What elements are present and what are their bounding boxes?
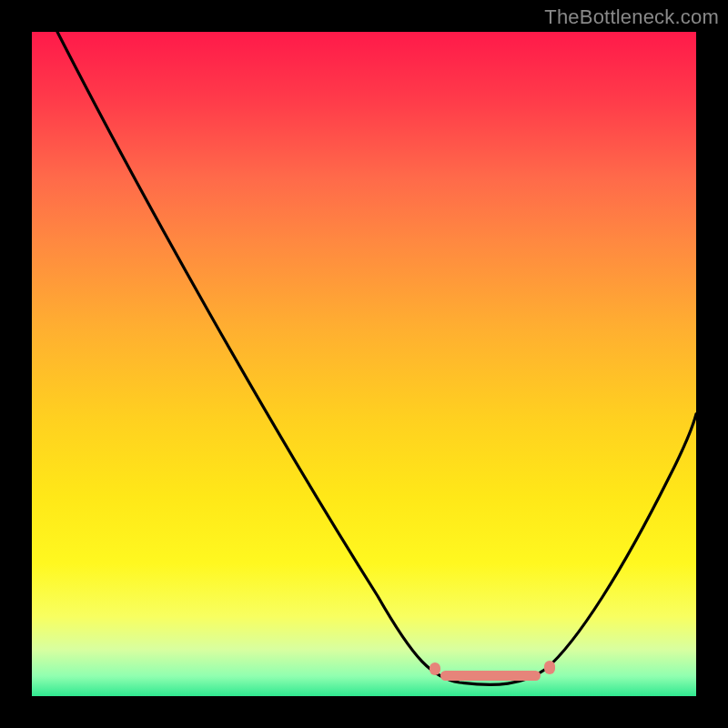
plot-area: [32, 32, 696, 696]
chart-frame: TheBottleneck.com: [0, 0, 728, 728]
optimal-marker-left-cap: [430, 662, 440, 675]
bottleneck-curve: [32, 32, 696, 696]
curve-path: [57, 32, 696, 684]
optimal-marker-bar: [440, 671, 541, 681]
watermark-text: TheBottleneck.com: [544, 5, 719, 29]
optimal-marker-right-cap: [544, 661, 555, 674]
